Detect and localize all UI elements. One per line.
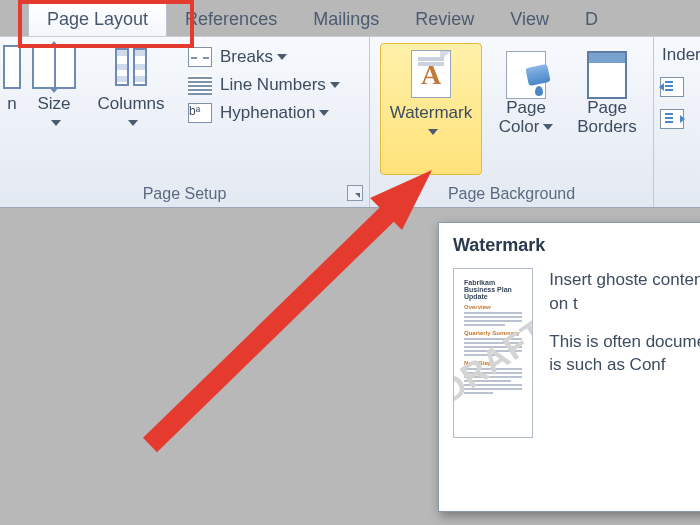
page-color-button[interactable]: Page Color — [490, 43, 562, 160]
tab-view[interactable]: View — [492, 3, 567, 36]
page-color-label: Page Color — [499, 99, 554, 136]
hyphenation-label: Hyphenation — [220, 103, 315, 123]
page-borders-button[interactable]: Page Borders — [568, 43, 646, 160]
tab-developer-partial[interactable]: D — [567, 3, 616, 36]
draft-watermark-text: DRAFT — [453, 312, 533, 412]
hyphenation-button[interactable]: Hyphenation — [180, 99, 348, 127]
breaks-icon — [188, 47, 212, 67]
tab-references[interactable]: References — [167, 3, 295, 36]
group-page-setup: n Size Columns Breaks Line Numbers — [0, 37, 370, 207]
size-label: Size — [32, 95, 76, 132]
chevron-down-icon — [543, 124, 553, 130]
svg-line-0 — [150, 192, 410, 445]
line-numbers-label: Line Numbers — [220, 75, 326, 95]
chevron-down-icon — [128, 120, 138, 126]
line-numbers-button[interactable]: Line Numbers — [180, 71, 348, 99]
columns-button[interactable]: Columns — [86, 37, 176, 156]
group-label-page-background: Page Background — [370, 185, 653, 203]
chevron-down-icon — [428, 129, 438, 135]
ribbon: n Size Columns Breaks Line Numbers — [0, 36, 700, 208]
columns-label: Columns — [92, 95, 170, 132]
thumb-title: Fabrikam Business Plan Update — [464, 279, 522, 300]
tab-review[interactable]: Review — [397, 3, 492, 36]
tab-page-layout[interactable]: Page Layout — [28, 2, 167, 36]
chevron-down-icon — [277, 54, 287, 60]
page-color-icon — [506, 51, 546, 99]
indent-right-icon[interactable] — [660, 109, 684, 129]
tooltip-description: Insert ghoste content on t This is often… — [549, 268, 700, 438]
indent-left-icon[interactable] — [660, 77, 684, 97]
chevron-down-icon — [319, 110, 329, 116]
orientation-button-partial[interactable]: n — [0, 37, 24, 138]
orientation-label-partial: n — [7, 95, 16, 114]
group-paragraph-partial: Inder — [654, 37, 700, 207]
page-setup-dialog-launcher[interactable] — [347, 185, 363, 201]
size-button[interactable]: Size — [26, 37, 82, 156]
tab-mailings[interactable]: Mailings — [295, 3, 397, 36]
indent-label-partial: Inder — [662, 45, 700, 65]
group-page-background: A Watermark Page Color Page Borders Page… — [370, 37, 654, 207]
watermark-button[interactable]: A Watermark — [380, 43, 482, 175]
word-window: Page Layout References Mailings Review V… — [0, 0, 700, 525]
tooltip-title: Watermark — [453, 235, 700, 256]
page-borders-icon — [587, 51, 627, 99]
group-label-page-setup: Page Setup — [0, 185, 369, 203]
chevron-down-icon — [51, 120, 61, 126]
hyphenation-icon — [188, 103, 212, 123]
tooltip-p1: Insert ghoste content on t — [549, 268, 700, 316]
page-borders-label: Page Borders — [577, 99, 637, 136]
ribbon-tabstrip: Page Layout References Mailings Review V… — [0, 2, 700, 36]
watermark-tooltip: Watermark Fabrikam Business Plan Update … — [438, 222, 700, 512]
watermark-icon: A — [411, 50, 451, 98]
tooltip-preview-thumb: Fabrikam Business Plan Update Overview Q… — [453, 268, 533, 438]
page-size-icon — [32, 45, 76, 89]
tooltip-p2: This is often document is such as Conf — [549, 330, 700, 378]
columns-icon — [109, 45, 153, 89]
watermark-label: Watermark — [390, 104, 473, 141]
line-numbers-icon — [188, 75, 212, 95]
breaks-button[interactable]: Breaks — [180, 43, 348, 71]
chevron-down-icon — [330, 82, 340, 88]
breaks-label: Breaks — [220, 47, 273, 67]
